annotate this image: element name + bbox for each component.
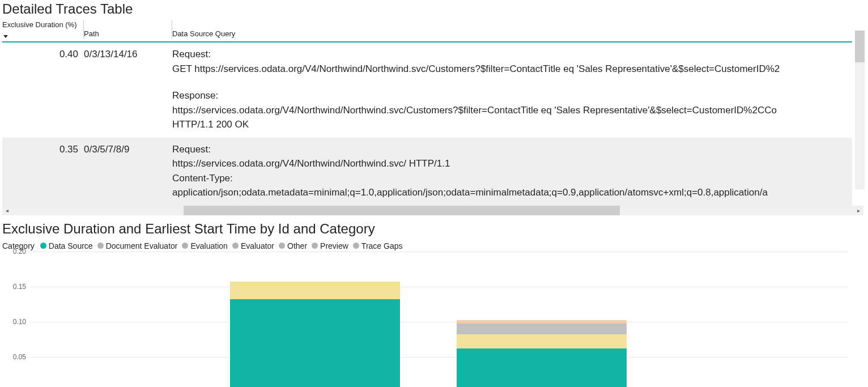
y-tick-label: 0.05 xyxy=(6,353,26,361)
col-header-path[interactable]: Path xyxy=(84,18,172,42)
legend-item[interactable]: Preview xyxy=(312,241,348,250)
gridline xyxy=(28,357,848,358)
chart-title: Exclusive Duration and Earliest Start Ti… xyxy=(0,215,868,239)
cell-duration: 0.40 xyxy=(2,42,84,138)
legend-label: Preview xyxy=(320,241,348,250)
svg-marker-0 xyxy=(3,35,8,38)
bar-segment xyxy=(457,324,627,334)
table-row[interactable]: 0.350/3/5/7/8/9Request:https://services.… xyxy=(2,138,852,206)
gridline xyxy=(28,252,848,252)
query-line: https://services.odata.org/V4/Northwind/… xyxy=(172,156,849,171)
legend-swatch-icon xyxy=(353,243,359,249)
query-line: https://services.odata.org/V4/Northwind/… xyxy=(172,103,849,118)
cell-path: 0/3/5/7/8/9 xyxy=(84,138,172,206)
y-tick-label: 0.15 xyxy=(6,283,26,291)
query-line: HTTP/1.1 200 OK xyxy=(172,117,849,132)
query-line: Request: xyxy=(172,47,849,62)
table-row[interactable]: 0.400/3/13/14/16Request:GET https://serv… xyxy=(2,42,852,138)
query-line xyxy=(172,76,849,88)
sort-desc-icon xyxy=(3,35,8,38)
chart-area: 0.000.050.100.150.202.23.8 xyxy=(2,252,852,388)
query-line: Content-Type: xyxy=(172,171,849,186)
legend-label: Other xyxy=(287,241,307,250)
query-line: Response: xyxy=(172,88,849,103)
chart-legend: Category Data SourceDocument EvaluatorEv… xyxy=(0,239,868,252)
bar-segment xyxy=(230,299,400,387)
legend-item[interactable]: Evaluation xyxy=(182,241,227,250)
hscroll-left-arrow-icon[interactable]: ◂ xyxy=(2,206,12,215)
horizontal-scrollbar[interactable]: ◂ ▸ xyxy=(2,206,863,215)
query-line: application/json;odata.metadata=minimal;… xyxy=(172,185,849,200)
y-tick-label: 0.20 xyxy=(6,248,26,256)
table-title: Detailed Traces Table xyxy=(0,0,868,18)
horizontal-scrollbar-thumb[interactable] xyxy=(184,206,620,215)
cell-duration: 0.35 xyxy=(2,138,84,206)
y-tick-label: 0.10 xyxy=(6,318,26,326)
legend-swatch-icon xyxy=(97,243,104,249)
bar-segment xyxy=(457,348,627,387)
col-header-query[interactable]: Data Source Query xyxy=(172,18,852,42)
hscroll-right-arrow-icon[interactable]: ▸ xyxy=(854,206,863,215)
legend-item[interactable]: Evaluator xyxy=(232,241,274,250)
legend-swatch-icon xyxy=(40,243,46,249)
legend-item[interactable]: Document Evaluator xyxy=(97,241,178,250)
legend-item[interactable]: Data Source xyxy=(40,241,93,250)
col-header-duration[interactable]: Exclusive Duration (%) xyxy=(2,18,84,42)
chart-plot xyxy=(28,252,848,388)
legend-label: Evaluator xyxy=(241,241,274,250)
col-header-query-label: Data Source Query xyxy=(172,29,235,38)
legend-swatch-icon xyxy=(279,243,285,249)
cell-query: Request:https://services.odata.org/V4/No… xyxy=(172,138,852,206)
legend-label: Evaluation xyxy=(190,241,227,250)
cell-path: 0/3/13/14/16 xyxy=(84,42,172,138)
bar[interactable] xyxy=(457,320,627,387)
col-header-path-label: Path xyxy=(84,29,99,38)
query-line: Request: xyxy=(172,142,849,157)
traces-table-viewport: Exclusive Duration (%) Path Data Source … xyxy=(2,18,863,206)
legend-swatch-icon xyxy=(182,243,188,249)
gridline xyxy=(28,287,848,287)
legend-swatch-icon xyxy=(312,243,318,249)
bar-segment xyxy=(230,282,400,299)
legend-swatch-icon xyxy=(232,243,239,249)
query-line: GET https://services.odata.org/V4/Northw… xyxy=(172,62,849,76)
legend-label: Document Evaluator xyxy=(106,241,178,250)
col-header-duration-label: Exclusive Duration (%) xyxy=(2,20,77,29)
legend-item[interactable]: Other xyxy=(279,241,307,250)
legend-label: Trace Gaps xyxy=(361,241,403,250)
bar-segment xyxy=(457,334,627,348)
bar[interactable] xyxy=(230,282,400,387)
legend-item[interactable]: Trace Gaps xyxy=(353,241,403,250)
legend-label: Data Source xyxy=(49,241,93,250)
traces-table: Exclusive Duration (%) Path Data Source … xyxy=(2,18,852,206)
cell-query: Request:GET https://services.odata.org/V… xyxy=(172,42,852,138)
vertical-scrollbar-thumb[interactable] xyxy=(855,31,865,62)
gridline xyxy=(28,322,848,322)
vertical-scrollbar[interactable] xyxy=(855,31,865,189)
